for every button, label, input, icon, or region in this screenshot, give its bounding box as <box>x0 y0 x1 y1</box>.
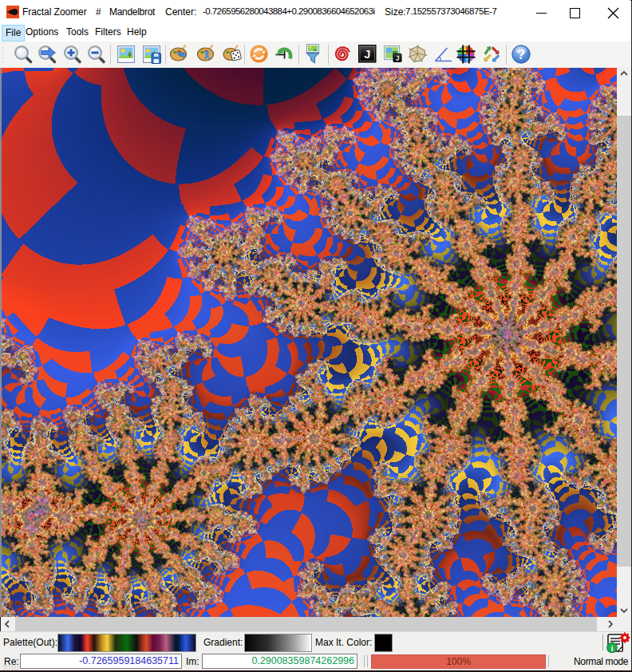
svg-text:?: ? <box>517 47 525 62</box>
svg-text:J: J <box>396 54 400 62</box>
svg-text:J: J <box>364 48 370 61</box>
svg-text:i: i <box>611 645 614 653</box>
